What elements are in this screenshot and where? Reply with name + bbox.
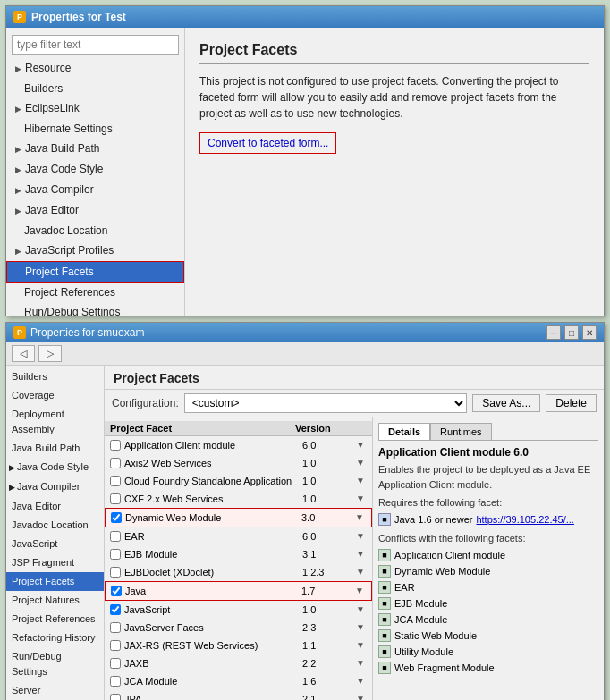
facet-checkbox[interactable] bbox=[110, 604, 121, 615]
top-tree-item[interactable]: ▶Java Editor bbox=[6, 200, 184, 221]
facet-checkbox[interactable] bbox=[110, 622, 121, 633]
facet-name: JCA Module bbox=[124, 673, 302, 689]
top-tree-item[interactable]: ▶Java Compiler bbox=[6, 180, 184, 200]
facet-version-arrow[interactable]: ▼ bbox=[356, 491, 367, 507]
top-tree-item[interactable]: ▶Java Build Path bbox=[6, 139, 184, 159]
conflict-label: EJB Module bbox=[394, 598, 447, 609]
forward-button[interactable]: ▷ bbox=[38, 345, 62, 362]
convert-link[interactable]: Convert to faceted form... bbox=[199, 132, 336, 154]
facet-version-arrow[interactable]: ▼ bbox=[356, 455, 367, 471]
facet-name: EJBDoclet (XDoclet) bbox=[124, 564, 302, 580]
save-as-button[interactable]: Save As... bbox=[472, 394, 540, 412]
facet-checkbox[interactable] bbox=[110, 493, 121, 504]
bottom-nav-item[interactable]: Java Build Path bbox=[6, 439, 104, 458]
facet-version: 1.0 bbox=[302, 491, 356, 507]
facet-version-arrow[interactable]: ▼ bbox=[356, 691, 367, 700]
top-tree-item[interactable]: Project Facets bbox=[6, 261, 184, 283]
details-panel: Details Runtimes Application Client modu… bbox=[373, 417, 604, 700]
facet-version: 3.0 bbox=[301, 510, 355, 526]
top-tree-item[interactable]: ▶Resource bbox=[6, 58, 184, 79]
bottom-nav-item[interactable]: Coverage bbox=[6, 386, 104, 405]
top-tree: ▶ResourceBuilders▶EclipseLinkHibernate S… bbox=[6, 58, 184, 316]
facet-checkbox[interactable] bbox=[110, 549, 121, 560]
facet-version-arrow[interactable]: ▼ bbox=[356, 637, 367, 654]
config-select[interactable]: <custom> bbox=[184, 393, 468, 413]
top-tree-item[interactable]: ▶EclipseLink bbox=[6, 98, 184, 119]
facet-checkbox[interactable] bbox=[110, 531, 121, 542]
bottom-nav-item[interactable]: ▶Java Compiler bbox=[6, 477, 104, 497]
facet-version-arrow[interactable]: ▼ bbox=[356, 437, 367, 453]
delete-button[interactable]: Delete bbox=[546, 394, 597, 412]
conflict-icon: ■ bbox=[378, 662, 391, 674]
bottom-nav-item[interactable]: JavaScript bbox=[6, 535, 104, 553]
facet-version-arrow[interactable]: ▼ bbox=[356, 673, 367, 689]
top-window-frame: P Properties for Test ▶ResourceBuilders▶… bbox=[5, 5, 605, 316]
facet-name: Dynamic Web Module bbox=[125, 510, 301, 526]
details-description: Enables the project to be deployed as a … bbox=[378, 462, 598, 492]
bottom-nav-item[interactable]: Server bbox=[6, 681, 104, 700]
maximize-button[interactable]: □ bbox=[564, 325, 579, 340]
facet-checkbox[interactable] bbox=[110, 476, 121, 486]
bottom-nav-item[interactable]: ▶Java Code Style bbox=[6, 458, 104, 477]
top-title-bar: P Properties for Test bbox=[6, 6, 604, 28]
facet-version-arrow[interactable]: ▼ bbox=[356, 655, 367, 671]
req-label: Java 1.6 or newer bbox=[394, 514, 472, 525]
facet-version-arrow[interactable]: ▼ bbox=[356, 564, 367, 580]
bottom-nav-item[interactable]: JSP Fragment bbox=[6, 553, 104, 572]
facet-version-arrow[interactable]: ▼ bbox=[356, 602, 367, 618]
facet-version: 6.0 bbox=[302, 437, 356, 453]
facet-checkbox[interactable] bbox=[110, 658, 121, 669]
close-button[interactable]: ✕ bbox=[582, 325, 597, 340]
bottom-nav-item[interactable]: Project References bbox=[6, 610, 104, 628]
facet-checkbox[interactable] bbox=[111, 512, 122, 523]
facet-version-arrow[interactable]: ▼ bbox=[356, 546, 367, 562]
facet-checkbox[interactable] bbox=[110, 458, 121, 468]
bottom-nav-item[interactable]: Builders bbox=[6, 367, 104, 386]
bottom-nav-item[interactable]: Javadoc Location bbox=[6, 516, 104, 535]
facet-version-arrow[interactable]: ▼ bbox=[355, 583, 366, 599]
top-tree-item[interactable]: Builders bbox=[6, 79, 184, 98]
facet-row: JCA Module1.6▼ bbox=[105, 672, 372, 690]
bottom-nav-item[interactable]: Deployment Assembly bbox=[6, 405, 104, 439]
top-tree-item[interactable]: ▶JavaScript Profiles bbox=[6, 240, 184, 261]
facet-version: 2.2 bbox=[302, 655, 356, 671]
facet-name: JavaScript bbox=[124, 602, 302, 618]
conflict-icon: ■ bbox=[378, 629, 391, 642]
facet-version-arrow[interactable]: ▼ bbox=[356, 620, 367, 636]
facet-checkbox[interactable] bbox=[110, 640, 121, 651]
bottom-nav-item[interactable]: Refactoring History bbox=[6, 628, 104, 647]
req-link[interactable]: https://39.105.22.45/... bbox=[476, 514, 573, 525]
panel-title: Project Facets bbox=[199, 42, 589, 64]
facet-checkbox[interactable] bbox=[110, 676, 121, 687]
facet-version-arrow[interactable]: ▼ bbox=[356, 473, 367, 489]
facet-version: 1.0 bbox=[302, 455, 356, 471]
top-tree-item[interactable]: ▶Java Code Style bbox=[6, 159, 184, 180]
conflict-icon: ■ bbox=[378, 597, 391, 610]
facet-checkbox[interactable] bbox=[110, 567, 121, 578]
conflict-label: Application Client module bbox=[394, 550, 505, 561]
facet-version: 2.1 bbox=[302, 691, 356, 700]
top-tree-item[interactable]: Javadoc Location bbox=[6, 221, 184, 240]
facet-version-arrow[interactable]: ▼ bbox=[356, 528, 367, 544]
top-tree-item[interactable]: Project References bbox=[6, 283, 184, 302]
minimize-button[interactable]: ─ bbox=[546, 325, 561, 340]
bottom-nav-item[interactable]: Run/Debug Settings bbox=[6, 647, 104, 681]
top-tree-item[interactable]: Run/Debug Settings bbox=[6, 302, 184, 316]
facet-name: JPA bbox=[124, 691, 302, 700]
bottom-title-left: P Properties for smuexam bbox=[13, 326, 144, 339]
bottom-nav-item[interactable]: Java Editor bbox=[6, 497, 104, 516]
facet-checkbox[interactable] bbox=[110, 694, 121, 700]
filter-input[interactable] bbox=[12, 35, 179, 55]
back-button[interactable]: ◁ bbox=[12, 345, 35, 362]
config-label: Configuration: bbox=[112, 397, 179, 409]
facet-version: 1.6 bbox=[302, 673, 356, 689]
bottom-nav-item[interactable]: Project Facets bbox=[6, 572, 104, 591]
facet-checkbox[interactable] bbox=[111, 586, 122, 596]
top-tree-item[interactable]: Hibernate Settings bbox=[6, 119, 184, 139]
facet-checkbox[interactable] bbox=[110, 440, 121, 451]
req-icon: ■ bbox=[378, 513, 391, 526]
facet-version-arrow[interactable]: ▼ bbox=[355, 510, 366, 526]
tab-runtimes[interactable]: Runtimes bbox=[430, 423, 491, 440]
tab-details[interactable]: Details bbox=[378, 423, 430, 440]
bottom-nav-item[interactable]: Project Natures bbox=[6, 591, 104, 610]
